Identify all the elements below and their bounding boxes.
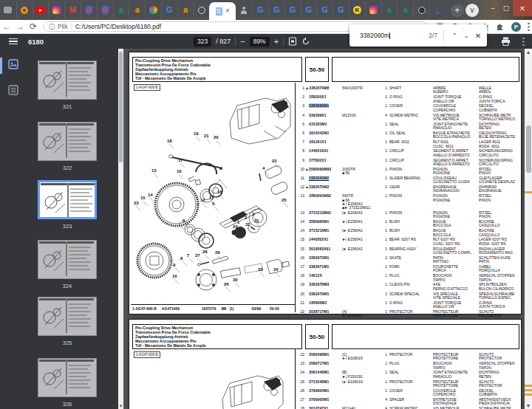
instagram-tab[interactable] <box>48 1 64 19</box>
rotate-icon[interactable] <box>301 37 310 46</box>
zoom-in-button[interactable]: + <box>274 37 279 46</box>
tab-search-chevron-icon[interactable]: v <box>466 4 479 17</box>
parts-table-row: 28 3010747X1 M12x40 4 SCREW METRIC VIS M… <box>297 406 521 409</box>
forward-icon[interactable]: → <box>13 21 27 32</box>
row-description-fr-it: PIGNONPIGNONE <box>433 211 479 219</box>
zoom-level-input[interactable]: 89% <box>250 37 270 47</box>
zoom-out-button[interactable]: − <box>240 37 245 46</box>
find-close-icon[interactable]: ✕ <box>472 32 484 40</box>
page-thumbnail-326[interactable]: 326 <box>38 358 97 408</box>
sidebar-scrollbar[interactable]: ▼ <box>118 49 123 409</box>
person-tab[interactable] <box>236 1 252 19</box>
sidebar-scrollbar-thumb[interactable] <box>119 52 123 162</box>
diagram-callout-16: 16 <box>177 169 182 173</box>
page-thumbnail-325[interactable]: 325 <box>38 297 97 346</box>
row-serial-info: 1000TR■ 56 <box>342 168 381 176</box>
parts-table: 22 3580498M1 [C]►| E109015 1 PROTECTOR P… <box>297 352 521 409</box>
g-tab[interactable]: G <box>252 1 268 19</box>
g-tab[interactable]: G <box>316 1 332 19</box>
page-thumbnail-324[interactable]: 324 <box>38 240 97 289</box>
g-tab[interactable]: G <box>161 1 177 19</box>
page-thumbnail-322[interactable]: 322 <box>38 122 97 171</box>
k-tab[interactable]: K <box>349 1 365 19</box>
scroll-down-icon[interactable]: ▼ <box>525 403 532 408</box>
globe-tab[interactable] <box>194 1 210 19</box>
g-tab[interactable]: G <box>301 1 317 19</box>
profile-avatar[interactable]: P <box>511 22 521 32</box>
find-match-count: 2/7 <box>429 32 437 39</box>
outline-view-icon[interactable] <box>8 85 18 95</box>
sidebar-view-switch <box>0 49 27 409</box>
scroll-down-icon[interactable]: ▼ <box>118 404 123 408</box>
fit-page-icon[interactable] <box>288 37 297 46</box>
page-title-block: Pto-Coupling Drive MechanismTransmission… <box>132 57 302 82</box>
row-description-en: PINION <box>389 194 433 198</box>
row-description-en: BUSH <box>389 229 433 233</box>
g-tab[interactable]: G <box>268 1 284 19</box>
find-previous-icon[interactable]: ⌃ <box>449 32 460 39</box>
page-info-icon[interactable]: ⓘ <box>49 23 55 31</box>
row-part-number: 3382978M3 <box>309 283 342 286</box>
gmail-tab[interactable]: M <box>64 1 81 19</box>
row-quantity: 4 <box>381 398 389 402</box>
main-scrollbar-thumb[interactable] <box>526 126 531 173</box>
diagram-callout-12: 12 <box>200 198 205 202</box>
page-thumbnail-321[interactable]: 321 <box>38 61 97 110</box>
browser-menu-icon[interactable] <box>528 22 530 32</box>
main-scrollbar[interactable]: ▲ ▼ <box>525 49 532 409</box>
a-green-tab[interactable]: a <box>381 1 398 19</box>
new-tab-button[interactable]: + <box>451 4 464 17</box>
page-number-input[interactable]: 323 <box>194 37 211 47</box>
parts-table-row: 1 ▲ 3382074M8 540/1000TR 1 SHAFT ARBREAL… <box>297 86 521 94</box>
shield-tab[interactable] <box>81 1 97 19</box>
parts-table-row: 27 3790905M1 4 SPACER ENTRETOISEDISTANZI… <box>297 397 521 406</box>
row-description-fr-it: SEGMENT D ARRETANELLO D'ARRESTO <box>433 159 479 167</box>
a-green-tab[interactable]: a <box>397 1 413 19</box>
back-icon[interactable]: ← <box>0 21 13 32</box>
scroll-up-icon[interactable]: ▲ <box>525 49 532 55</box>
folder-tab[interactable] <box>0 1 16 19</box>
active-tab-6180-pdf[interactable]: × <box>209 2 236 20</box>
row-quantity: 1 <box>381 185 389 189</box>
tab-close-icon[interactable]: × <box>225 7 230 15</box>
ring-orange-tab[interactable] <box>16 1 33 19</box>
instagram-tab[interactable] <box>365 1 381 19</box>
pdf-content-area: 321 322 <box>0 49 532 409</box>
a-orange-tab[interactable]: a <box>129 1 145 19</box>
a-orange-tab[interactable]: a <box>177 1 194 19</box>
extensions-puzzle-icon[interactable] <box>496 22 505 31</box>
pdf-more-icon[interactable] <box>522 37 525 47</box>
row-ref-number: 10 <box>297 168 305 171</box>
find-result-marker <box>525 389 532 391</box>
row-quantity: 1 <box>381 362 389 365</box>
row-description-en: GEAR <box>389 185 433 189</box>
row-description-fr-it: ENGRENAGEINGRANAGGIO <box>433 185 479 193</box>
row-ref-number: 25 <box>297 380 305 384</box>
download-tab[interactable]: ↓ <box>429 1 446 19</box>
row-description-fr-it: FOURCHETTEFORCA <box>433 265 479 273</box>
row-description-de-es: OELDICHTRINGBUJE RETENACEITE <box>479 131 521 140</box>
footer-item: 03/99 <box>252 306 262 311</box>
minimize-button[interactable]: – <box>486 0 499 16</box>
shield-tab[interactable] <box>97 1 113 19</box>
close-button[interactable]: ✕ <box>513 0 532 16</box>
diagram-callout-33: 33 <box>258 267 263 272</box>
row-description-en: BEAR. 6207 RS <box>389 238 433 241</box>
reload-icon[interactable]: ⟳ <box>27 21 40 32</box>
g-tab[interactable]: G <box>332 1 349 19</box>
rainbow-tab[interactable] <box>145 1 161 19</box>
thumbnail-view-icon[interactable] <box>8 59 18 69</box>
dark-tab[interactable] <box>413 1 429 19</box>
maximize-button[interactable]: ▢ <box>499 0 513 16</box>
a-green-tab[interactable]: a <box>113 1 129 19</box>
g-tab[interactable]: G <box>284 1 301 19</box>
pdf-menu-icon[interactable] <box>9 38 18 44</box>
row-description-de-es: WELLEARBOL <box>479 86 521 94</box>
row-description-en: SEAL <box>389 123 433 126</box>
print-icon[interactable] <box>501 37 511 46</box>
find-input[interactable]: 3382060m <box>360 32 429 39</box>
page-thumbnail-323[interactable]: 323 <box>38 180 97 230</box>
find-next-icon[interactable]: ⌄ <box>460 32 472 39</box>
youtube-tab[interactable] <box>33 1 49 19</box>
row-ref-number: 2 <box>297 95 305 99</box>
